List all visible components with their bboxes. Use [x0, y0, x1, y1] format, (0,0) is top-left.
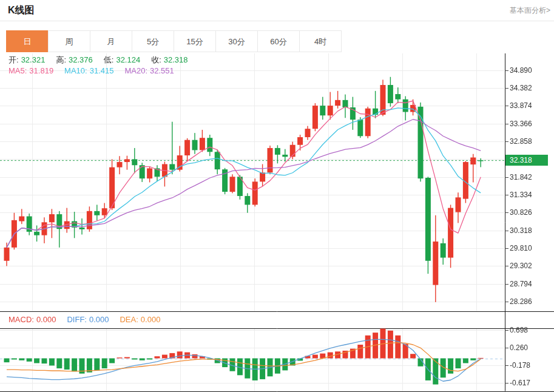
- legend-ma-item-2: MA20:32.551: [124, 66, 176, 75]
- legend-ma-item-1: MA10:31.415: [64, 66, 116, 75]
- kline-chart-canvas[interactable]: [0, 53, 554, 392]
- chart-area: 开:32.321高:32.376低:32.124收:32.318 MA5:31.…: [0, 53, 554, 392]
- tab-interval-6[interactable]: 60分: [257, 30, 300, 52]
- tab-interval-2[interactable]: 月: [90, 30, 132, 52]
- price-tick-6: 31.334: [510, 191, 552, 199]
- page-header: K线图 基本面分析>: [0, 0, 554, 21]
- price-tick-1: 34.382: [510, 84, 552, 92]
- legend-macd-item-2: DEA:0.000: [120, 315, 163, 324]
- price-tick-10: 29.302: [510, 262, 552, 270]
- legend-ohlc-item-3: 收:32.318: [151, 55, 190, 64]
- price-tick-9: 29.810: [510, 244, 552, 252]
- tab-interval-3[interactable]: 5分: [132, 30, 174, 52]
- legend-ohlc-item-0: 开:32.321: [8, 55, 47, 64]
- macd-tick-2: -0.178: [510, 361, 552, 370]
- ma-legend: MA5:31.819MA10:31.415MA20:32.551: [8, 66, 185, 75]
- legend-ohlc-item-2: 低:32.124: [104, 55, 143, 64]
- legend-ma-item-0: MA5:31.819: [8, 66, 56, 75]
- tab-interval-0[interactable]: 日: [6, 30, 49, 52]
- price-tick-3: 33.366: [510, 120, 552, 128]
- legend-macd-item-0: MACD:0.000: [8, 315, 58, 324]
- price-tick-7: 30.826: [510, 208, 552, 217]
- ohlc-legend: 开:32.321高:32.376低:32.124收:32.318: [8, 55, 199, 66]
- current-price-tag: 32.318: [505, 155, 548, 166]
- price-tick-5: 31.842: [510, 173, 552, 181]
- tab-interval-5[interactable]: 30分: [215, 30, 258, 52]
- price-tick-11: 28.794: [510, 280, 552, 288]
- macd-tick-0: 0.698: [510, 326, 552, 334]
- tab-interval-7[interactable]: 4时: [299, 30, 342, 52]
- price-tick-2: 33.874: [510, 101, 552, 110]
- macd-legend: MACD:0.000DIFF:0.000DEA:0.000: [8, 315, 171, 324]
- price-tick-12: 28.286: [510, 297, 552, 306]
- interval-tabs: 日周月5分15分30分60分4时: [6, 30, 342, 52]
- page-title: K线图: [8, 4, 35, 17]
- legend-ohlc-item-1: 高:32.376: [56, 55, 95, 64]
- price-tick-0: 34.890: [510, 66, 552, 75]
- kline-app: K线图 基本面分析> 日周月5分15分30分60分4时 开:32.321高:32…: [0, 0, 554, 392]
- macd-tick-1: 0.260: [510, 343, 552, 352]
- tab-interval-4[interactable]: 15分: [174, 30, 216, 52]
- tab-interval-1[interactable]: 周: [48, 30, 90, 52]
- price-tick-8: 30.318: [510, 226, 552, 235]
- price-tick-4: 32.858: [510, 137, 552, 146]
- macd-tick-3: -0.617: [510, 379, 552, 387]
- legend-macd-item-1: DIFF:0.000: [67, 315, 111, 324]
- fundamental-analysis-link[interactable]: 基本面分析>: [510, 5, 550, 16]
